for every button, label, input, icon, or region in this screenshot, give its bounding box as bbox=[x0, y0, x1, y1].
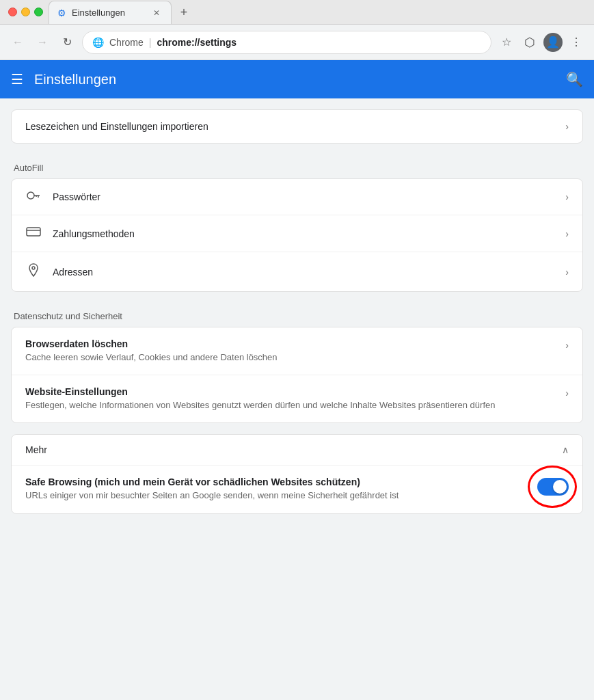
title-bar: ⚙ Einstellungen ✕ + bbox=[0, 0, 594, 25]
import-row[interactable]: Lesezeichen und Einstellungen importiere… bbox=[12, 110, 582, 143]
mehr-label: Mehr bbox=[25, 444, 562, 455]
website-settings-desc: Festlegen, welche Informationen von Webs… bbox=[25, 399, 554, 412]
website-settings-chevron-icon: › bbox=[565, 388, 569, 399]
maximize-button[interactable] bbox=[34, 8, 43, 16]
svg-point-6 bbox=[32, 267, 35, 269]
key-icon bbox=[25, 190, 42, 204]
omnibox-security-icon: 🌐 bbox=[92, 37, 104, 48]
close-button[interactable] bbox=[8, 8, 17, 16]
back-icon: ← bbox=[12, 36, 23, 49]
website-settings-content: Website-Einstellungen Festlegen, welche … bbox=[25, 386, 554, 412]
import-card: Lesezeichen und Einstellungen importiere… bbox=[11, 109, 583, 144]
safe-browsing-row: Safe Browsing (mich und mein Gerät vor s… bbox=[12, 466, 582, 513]
active-tab[interactable]: ⚙ Einstellungen ✕ bbox=[49, 1, 172, 24]
address-bar: ← → ↻ 🌐 Chrome | chrome://settings ☆ ⬡ 👤… bbox=[0, 25, 594, 60]
omnibox-site-label: Chrome bbox=[109, 37, 144, 48]
passwords-label: Passwörter bbox=[53, 191, 554, 202]
safe-browsing-desc: URLs einiger von mir besuchter Seiten an… bbox=[25, 489, 526, 502]
more-menu-button[interactable]: ⋮ bbox=[567, 33, 586, 52]
safe-browsing-toggle-container bbox=[537, 476, 569, 496]
forward-icon: → bbox=[37, 36, 48, 49]
toggle-thumb bbox=[553, 480, 567, 494]
safe-browsing-toggle[interactable] bbox=[537, 478, 569, 496]
omnibox[interactable]: 🌐 Chrome | chrome://settings bbox=[82, 31, 491, 54]
addresses-chevron-icon: › bbox=[565, 267, 569, 278]
website-settings-row[interactable]: Website-Einstellungen Festlegen, welche … bbox=[12, 375, 582, 422]
privacy-card: Browserdaten löschen Cache leeren sowie … bbox=[11, 327, 583, 423]
page-title: Einstellungen bbox=[34, 72, 555, 88]
svg-point-0 bbox=[27, 192, 34, 199]
new-tab-button[interactable]: + bbox=[174, 3, 193, 22]
search-button[interactable]: 🔍 bbox=[566, 71, 583, 88]
extensions-icon: ⬡ bbox=[524, 35, 535, 50]
star-icon: ☆ bbox=[502, 36, 511, 49]
toolbar-icons: ☆ ⬡ 👤 ⋮ bbox=[497, 33, 586, 52]
toggle-track bbox=[537, 478, 569, 496]
privacy-section-label: Datenschutz und Sicherheit bbox=[11, 303, 583, 327]
mehr-card: Mehr ∧ Safe Browsing (mich und mein Gerä… bbox=[11, 434, 583, 513]
back-button[interactable]: ← bbox=[8, 33, 27, 52]
website-settings-title: Website-Einstellungen bbox=[25, 386, 554, 397]
passwords-chevron-icon: › bbox=[565, 191, 569, 202]
clear-data-content: Browserdaten löschen Cache leeren sowie … bbox=[25, 338, 554, 364]
forward-button[interactable]: → bbox=[33, 33, 52, 52]
clear-data-title: Browserdaten löschen bbox=[25, 338, 554, 349]
addresses-label: Adressen bbox=[53, 267, 554, 278]
mehr-chevron-icon: ∧ bbox=[562, 444, 569, 455]
safe-browsing-content: Safe Browsing (mich und mein Gerät vor s… bbox=[25, 476, 526, 502]
traffic-lights bbox=[8, 8, 43, 16]
settings-content: Lesezeichen und Einstellungen importiere… bbox=[0, 98, 594, 645]
clear-data-chevron-icon: › bbox=[565, 340, 569, 351]
safe-browsing-title: Safe Browsing (mich und mein Gerät vor s… bbox=[25, 476, 526, 487]
addresses-row[interactable]: Adressen › bbox=[12, 252, 582, 291]
import-label: Lesezeichen und Einstellungen importiere… bbox=[25, 121, 554, 132]
omnibox-separator: | bbox=[149, 37, 152, 48]
page-header: ☰ Einstellungen 🔍 bbox=[0, 60, 594, 98]
more-icon: ⋮ bbox=[571, 36, 582, 49]
extensions-button[interactable]: ⬡ bbox=[520, 33, 539, 52]
passwords-row[interactable]: Passwörter › bbox=[12, 179, 582, 215]
mehr-header-row[interactable]: Mehr ∧ bbox=[12, 435, 582, 466]
payment-label: Zahlungsmethoden bbox=[53, 228, 554, 239]
clear-data-desc: Cache leeren sowie Verlauf, Cookies und … bbox=[25, 351, 554, 364]
import-chevron-icon: › bbox=[565, 121, 569, 132]
tab-title: Einstellungen bbox=[72, 8, 125, 18]
minimize-button[interactable] bbox=[21, 8, 30, 16]
profile-button[interactable]: 👤 bbox=[543, 33, 563, 52]
autofill-section-label: AutoFill bbox=[11, 154, 583, 178]
autofill-card: Passwörter › Zahlungsmethoden › Adress bbox=[11, 178, 583, 292]
clear-data-row[interactable]: Browserdaten löschen Cache leeren sowie … bbox=[12, 327, 582, 375]
svg-rect-4 bbox=[27, 228, 40, 236]
payment-row[interactable]: Zahlungsmethoden › bbox=[12, 215, 582, 252]
bookmark-star-button[interactable]: ☆ bbox=[497, 33, 516, 52]
location-icon bbox=[25, 263, 42, 280]
menu-icon[interactable]: ☰ bbox=[11, 71, 23, 88]
profile-icon: 👤 bbox=[546, 36, 560, 49]
tab-close-button[interactable]: ✕ bbox=[150, 7, 163, 19]
tab-settings-icon: ⚙ bbox=[57, 8, 66, 18]
card-icon bbox=[25, 226, 42, 241]
reload-button[interactable]: ↻ bbox=[57, 33, 77, 52]
omnibox-url: chrome://settings bbox=[157, 37, 237, 48]
payment-chevron-icon: › bbox=[565, 228, 569, 239]
reload-icon: ↻ bbox=[63, 36, 72, 49]
